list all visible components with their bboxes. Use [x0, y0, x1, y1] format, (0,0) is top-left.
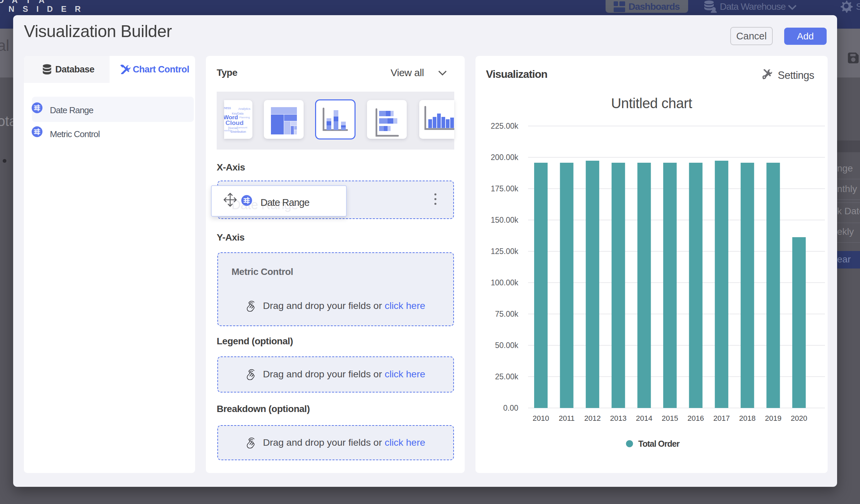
- svg-text:0.00: 0.00: [503, 404, 518, 412]
- svg-text:2014: 2014: [636, 414, 653, 422]
- svg-text:2013: 2013: [610, 414, 627, 422]
- svg-text:25.00k: 25.00k: [495, 372, 519, 381]
- svg-text:2011: 2011: [559, 414, 575, 422]
- svg-text:200.00k: 200.00k: [491, 153, 518, 162]
- svg-text:2020: 2020: [791, 414, 807, 422]
- svg-text:175.00k: 175.00k: [491, 184, 518, 193]
- svg-text:75.00k: 75.00k: [495, 309, 519, 318]
- svg-text:2010: 2010: [533, 414, 549, 422]
- svg-text:50.00k: 50.00k: [495, 341, 519, 350]
- svg-text:2017: 2017: [713, 414, 730, 422]
- svg-text:225.00k: 225.00k: [491, 121, 518, 130]
- svg-text:150.00k: 150.00k: [491, 216, 518, 225]
- svg-text:2015: 2015: [662, 414, 678, 422]
- svg-text:125.00k: 125.00k: [491, 247, 518, 256]
- svg-text:100.00k: 100.00k: [491, 278, 518, 287]
- svg-text:Total Order: Total Order: [638, 439, 680, 448]
- svg-text:2019: 2019: [765, 414, 782, 422]
- svg-text:2016: 2016: [687, 414, 704, 422]
- svg-text:2018: 2018: [739, 414, 756, 422]
- svg-text:2012: 2012: [584, 414, 601, 422]
